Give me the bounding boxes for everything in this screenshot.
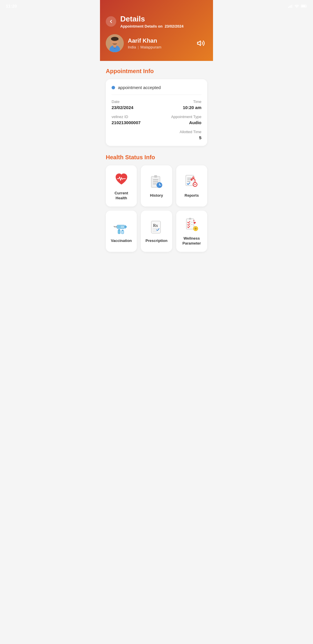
svg-rect-33	[118, 230, 120, 234]
history-label: History	[150, 193, 163, 198]
user-name: Aarif Khan	[128, 37, 161, 44]
main-content: Appointment Info appointment accepted Da…	[100, 61, 213, 259]
time-label: Time	[193, 100, 201, 104]
user-city: Malappuram	[141, 45, 161, 49]
date-value: 23/02/2024	[112, 105, 133, 110]
svg-text:Rx: Rx	[153, 223, 158, 228]
status-dot	[112, 86, 115, 89]
page-title: Details	[120, 15, 183, 23]
svg-rect-36	[122, 230, 123, 231]
wellness-parameter-icon: + +	[183, 216, 200, 233]
svg-rect-35	[118, 229, 120, 230]
history-card[interactable]: History	[141, 165, 172, 207]
location-divider: |	[138, 45, 139, 49]
reports-card[interactable]: Reports	[176, 165, 207, 207]
header-title-area: Details Appointment Details on 23/02/202…	[120, 15, 183, 28]
user-country: India	[128, 45, 136, 49]
volume-icon	[197, 39, 205, 47]
svg-rect-14	[154, 175, 157, 178]
appointment-type-value: Audio	[189, 120, 202, 125]
date-label: Date	[112, 100, 133, 104]
appointment-date: 23/02/2024	[165, 24, 183, 28]
avatar	[106, 34, 124, 52]
wellness-icon: + +	[183, 216, 200, 233]
appointment-status-badge: appointment accepted	[112, 85, 201, 95]
appointment-info-card: appointment accepted Date 23/02/2024 Tim…	[106, 79, 207, 146]
date-time-row: Date 23/02/2024 Time 10:20 am	[112, 100, 201, 110]
time-value: 10:20 am	[183, 105, 201, 110]
history-icon	[148, 173, 165, 190]
allotted-time-row: Allotted Time 5	[112, 130, 201, 140]
vellnez-id-value: 210213000007	[112, 120, 141, 125]
health-status-title: Health Status Info	[106, 154, 207, 161]
history-clipboard-icon	[148, 173, 165, 190]
allotted-time-item: Allotted Time 5	[180, 130, 201, 140]
wellness-parameter-label: Wellness Parameter	[180, 236, 204, 246]
date-item: Date 23/02/2024	[112, 100, 133, 110]
wellness-parameter-card[interactable]: + + Wellness Parameter	[176, 211, 207, 252]
heart-pulse-icon	[113, 171, 130, 187]
current-health-icon	[113, 171, 130, 187]
appointment-type-item: Appointment Type Audio	[171, 115, 201, 125]
svg-point-26	[194, 184, 196, 185]
user-card-left: Aarif Khan India | Malappuram	[106, 34, 161, 52]
prescription-icon: Rx	[148, 219, 165, 235]
reports-icon	[183, 173, 200, 190]
volume-button[interactable]	[194, 37, 207, 50]
back-icon	[108, 19, 114, 24]
time-item: Time 10:20 am	[183, 100, 201, 110]
id-type-row: vellnez ID 210213000007 Appointment Type…	[112, 115, 201, 125]
prescription-card[interactable]: Rx Prescription	[141, 211, 172, 252]
back-button[interactable]	[106, 16, 116, 27]
vellnez-id-label: vellnez ID	[112, 115, 141, 119]
status-text: appointment accepted	[118, 85, 161, 90]
appointment-info-title: Appointment Info	[106, 68, 207, 75]
current-health-label: Current Health	[109, 191, 133, 201]
svg-text:+: +	[195, 221, 196, 224]
health-status-grid: Current Health History	[106, 165, 207, 252]
user-card: Aarif Khan India | Malappuram	[106, 34, 207, 52]
prescription-pad-icon: Rx	[148, 219, 165, 235]
vaccination-icon	[113, 219, 130, 235]
current-health-card[interactable]: Current Health	[106, 165, 137, 207]
appointment-type-label: Appointment Type	[171, 115, 201, 119]
user-location: India | Malappuram	[128, 45, 161, 49]
syringe-icon	[113, 219, 130, 235]
vellnez-id-item: vellnez ID 210213000007	[112, 115, 141, 125]
svg-marker-12	[197, 41, 201, 46]
user-info: Aarif Khan India | Malappuram	[128, 37, 161, 49]
header-top: Details Appointment Details on 23/02/202…	[106, 15, 207, 28]
svg-rect-43	[189, 218, 191, 220]
avatar-image	[106, 34, 124, 52]
svg-rect-32	[117, 226, 121, 228]
report-stethoscope-icon	[183, 173, 200, 190]
reports-label: Reports	[185, 193, 199, 198]
prescription-label: Prescription	[145, 238, 168, 243]
allotted-time-label: Allotted Time	[180, 130, 201, 134]
status-bar: 11:20	[100, 0, 213, 10]
vaccination-card[interactable]: Vaccination	[106, 211, 137, 252]
allotted-time-value: 5	[199, 135, 201, 140]
vaccination-label: Vaccination	[111, 238, 132, 243]
page-subtitle: Appointment Details on 23/02/2024	[120, 24, 183, 28]
